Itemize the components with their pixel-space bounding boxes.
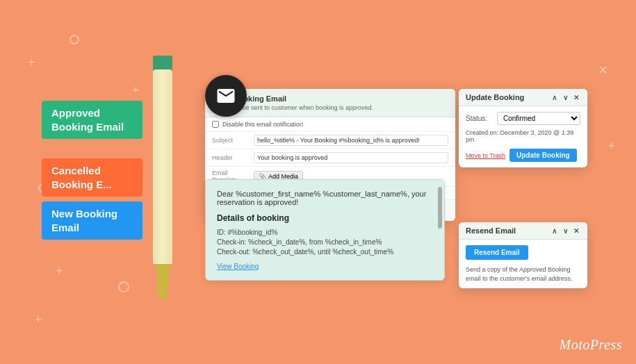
email-icon-circle xyxy=(205,75,247,117)
booking-details-title: Details of booking xyxy=(217,213,433,223)
marker-illustration xyxy=(153,42,174,299)
update-panel-body: Status: Confirmed Pending Cancelled Crea… xyxy=(459,106,587,167)
move-to-trash-link[interactable]: Move to Trash xyxy=(466,152,505,159)
deco-plus-2: + xyxy=(132,83,140,98)
booking-greeting: Dear %customer_first_name% %customer_las… xyxy=(217,190,433,206)
cancelled-booking-label: Cancelled Booking E... xyxy=(42,158,142,197)
approved-booking-label: Approved Booking Email xyxy=(42,101,142,139)
view-booking-link[interactable]: View Booking xyxy=(217,263,433,270)
panel-up-button[interactable]: ∧ xyxy=(550,93,558,101)
resend-email-button[interactable]: Resend Email xyxy=(466,245,528,260)
resend-down-button[interactable]: ∨ xyxy=(561,226,569,235)
deco-circle-3 xyxy=(118,281,129,292)
subject-input[interactable] xyxy=(254,135,448,146)
deco-plus-5: + xyxy=(608,139,615,154)
header-row: Header xyxy=(205,149,455,167)
header-input[interactable] xyxy=(254,152,448,163)
created-text: Created on: December 3, 2020 @ 1:39 pm xyxy=(466,129,580,143)
deco-plus-6: + xyxy=(35,313,42,327)
disable-checkbox[interactable] xyxy=(212,121,219,128)
resend-panel-controls: ∧ ∨ ✕ xyxy=(550,226,580,235)
update-booking-header: Update Booking ∧ ∨ ✕ xyxy=(459,89,587,106)
disable-notification-row: Disable this email notification xyxy=(205,117,455,132)
resend-panel-header: Resend Email ∧ ∨ ✕ xyxy=(459,222,587,240)
booking-content-card: Dear %customer_first_name% %customer_las… xyxy=(205,179,445,281)
resend-description: Send a copy of the Approved Booking emai… xyxy=(466,265,580,283)
status-select[interactable]: Confirmed Pending Cancelled xyxy=(497,112,580,125)
scroll-bar[interactable] xyxy=(438,187,442,229)
deco-plus-3: + xyxy=(56,264,63,279)
subject-row: Subject xyxy=(205,132,455,149)
status-row: Status: Confirmed Pending Cancelled xyxy=(466,112,580,125)
panel-controls: ∧ ∨ ✕ xyxy=(550,93,580,101)
booking-id-line: ID: #%booking_id% xyxy=(217,229,433,236)
envelope-icon xyxy=(215,85,236,106)
deco-plus-1: + xyxy=(28,56,35,70)
update-booking-panel: Update Booking ∧ ∨ ✕ Status: Confirmed P… xyxy=(459,89,587,167)
checkout-line: Check-out: %check_out_date%, until %chec… xyxy=(217,248,433,256)
motopress-brand: MotoPress xyxy=(560,337,622,353)
new-booking-label: New Booking Email xyxy=(42,201,142,240)
resend-up-button[interactable]: ∧ xyxy=(550,226,558,235)
resend-close-button[interactable]: ✕ xyxy=(572,226,580,235)
checkin-line: Check-in: %check_in_date%, from %check_i… xyxy=(217,238,433,246)
status-label: Status: xyxy=(466,115,497,122)
resend-panel-body: Resend Email Send a copy of the Approved… xyxy=(459,240,587,288)
panel-down-button[interactable]: ∨ xyxy=(561,93,569,101)
deco-circle-1 xyxy=(70,35,79,44)
update-booking-button[interactable]: Update Booking xyxy=(509,149,577,162)
resend-email-panel: Resend Email ∧ ∨ ✕ Resend Email Send a c… xyxy=(459,222,587,288)
deco-plus-4: ✕ xyxy=(598,63,608,78)
panel-close-button[interactable]: ✕ xyxy=(572,93,580,101)
update-actions: Move to Trash Update Booking xyxy=(466,149,580,162)
